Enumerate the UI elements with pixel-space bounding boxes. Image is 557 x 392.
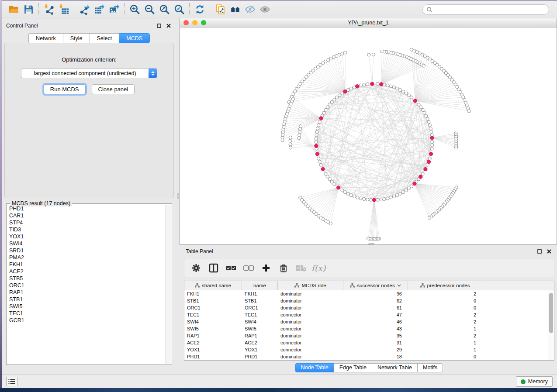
column-header-MCDS-role[interactable]: MCDS role: [278, 281, 343, 290]
graph-node[interactable]: [353, 195, 356, 198]
graph-node[interactable]: [343, 191, 346, 194]
column-panel-button[interactable]: [207, 261, 220, 275]
graph-hub-node[interactable]: [355, 85, 359, 88]
zoom-in-button[interactable]: [127, 3, 142, 17]
graph-node[interactable]: [317, 157, 320, 160]
float-panel-button[interactable]: [156, 22, 163, 29]
graph-node[interactable]: [299, 196, 302, 199]
graph-node[interactable]: [417, 103, 420, 106]
tab-mcds[interactable]: MCDS: [119, 33, 150, 43]
import-table-button[interactable]: [56, 3, 71, 17]
graph-node[interactable]: [410, 96, 413, 99]
graph-node[interactable]: [407, 187, 410, 190]
tab-motifs[interactable]: Motifs: [417, 363, 443, 372]
graph-hub-node[interactable]: [380, 83, 383, 86]
graph-node[interactable]: [426, 163, 429, 166]
tab-select[interactable]: Select: [90, 33, 119, 43]
graph-node[interactable]: [383, 197, 386, 200]
graph-node[interactable]: [333, 98, 336, 101]
graph-node[interactable]: [298, 131, 301, 134]
graph-node[interactable]: [299, 125, 302, 128]
tab-style[interactable]: Style: [63, 33, 90, 43]
graph-node[interactable]: [367, 53, 370, 56]
table-row[interactable]: ACE2ACE2connector311: [184, 339, 548, 346]
graph-node[interactable]: [326, 106, 329, 109]
open-file-button[interactable]: [6, 3, 21, 17]
mcds-result-item[interactable]: SWI4: [7, 240, 165, 247]
graph-node[interactable]: [419, 106, 422, 109]
graph-hub-node[interactable]: [413, 182, 416, 185]
graph-node[interactable]: [369, 198, 372, 201]
mcds-result-item[interactable]: STB5: [7, 275, 165, 282]
graph-node[interactable]: [343, 51, 346, 54]
graph-node[interactable]: [407, 94, 410, 97]
graph-node[interactable]: [425, 114, 428, 117]
mcds-result-item[interactable]: FKH1: [7, 261, 165, 268]
graph-hub-node[interactable]: [315, 152, 319, 155]
table-settings-button[interactable]: [190, 261, 203, 275]
graph-hub-node[interactable]: [427, 160, 430, 163]
graph-node[interactable]: [315, 137, 318, 140]
graph-node[interactable]: [421, 108, 424, 111]
graph-node[interactable]: [335, 96, 338, 99]
graph-node[interactable]: [421, 172, 424, 175]
graph-hub-node[interactable]: [321, 167, 325, 171]
mcds-result-item[interactable]: TEC1: [7, 310, 165, 317]
mcds-result-item[interactable]: GCR1: [7, 317, 165, 324]
graph-node[interactable]: [427, 120, 430, 124]
graph-node[interactable]: [392, 195, 395, 198]
table-scrollbar[interactable]: [548, 290, 554, 360]
mcds-result-list[interactable]: PHD1CAR1STP4TID3YOX1SWI4SRD1PMA2FKH1ACE2…: [7, 205, 165, 364]
export-image-button[interactable]: [107, 3, 121, 17]
close-panel-action-button[interactable]: Close panel: [92, 84, 135, 94]
graph-node[interactable]: [363, 83, 366, 86]
table-row[interactable]: STB1STB1dominator620: [184, 297, 548, 304]
graph-node[interactable]: [359, 197, 362, 200]
export-network-button[interactable]: [77, 3, 92, 17]
graph-hub-node[interactable]: [424, 167, 427, 171]
graph-node[interactable]: [454, 146, 457, 149]
table-row[interactable]: TEC1TEC1connector472: [184, 311, 548, 318]
graph-node[interactable]: [366, 198, 369, 201]
graph-node[interactable]: [341, 189, 344, 192]
graph-node[interactable]: [467, 110, 471, 113]
graph-node[interactable]: [338, 94, 341, 97]
first-neighbors-button[interactable]: [228, 3, 242, 17]
graph-hub-node[interactable]: [430, 136, 434, 140]
graph-node[interactable]: [291, 97, 294, 100]
zoom-fit-button[interactable]: [157, 3, 172, 17]
hide-selected-button[interactable]: [242, 3, 257, 17]
graph-hub-node[interactable]: [370, 82, 374, 86]
graph-node[interactable]: [326, 175, 329, 178]
refresh-view-button[interactable]: [192, 3, 207, 17]
mcds-result-item[interactable]: TID3: [7, 226, 165, 233]
graph-hub-node[interactable]: [419, 175, 422, 179]
table-row[interactable]: YOX1YOX1connector291: [184, 346, 548, 353]
mcds-result-item[interactable]: SRD1: [7, 247, 165, 254]
mcds-result-item[interactable]: PMA2: [7, 254, 165, 261]
zoom-selected-button[interactable]: [172, 3, 187, 17]
table-scrollbar-thumb[interactable]: [549, 293, 553, 333]
graph-node[interactable]: [428, 157, 431, 160]
graph-node[interactable]: [359, 84, 362, 87]
add-column-button[interactable]: [259, 261, 273, 275]
graph-node[interactable]: [298, 136, 301, 139]
graph-node[interactable]: [289, 143, 292, 146]
graph-node[interactable]: [318, 160, 321, 163]
graph-node[interactable]: [389, 196, 392, 199]
graph-node[interactable]: [366, 83, 369, 86]
graph-node[interactable]: [401, 191, 405, 194]
zoom-out-button[interactable]: [142, 3, 157, 17]
graph-node[interactable]: [422, 64, 425, 67]
table-row[interactable]: SWI4SWI4dominator462: [184, 318, 548, 325]
graph-node[interactable]: [386, 84, 389, 87]
graph-node[interactable]: [319, 163, 322, 166]
deselect-all-rows-button[interactable]: [242, 261, 255, 275]
graph-node[interactable]: [324, 108, 327, 111]
column-header-name[interactable]: name: [242, 281, 278, 290]
graph-node[interactable]: [341, 52, 344, 55]
table-row[interactable]: RAP1RAP1dominator352: [184, 332, 548, 339]
graph-hub-node[interactable]: [372, 198, 376, 202]
graph-node[interactable]: [289, 146, 292, 149]
mcds-result-item[interactable]: ACE2: [7, 268, 165, 275]
